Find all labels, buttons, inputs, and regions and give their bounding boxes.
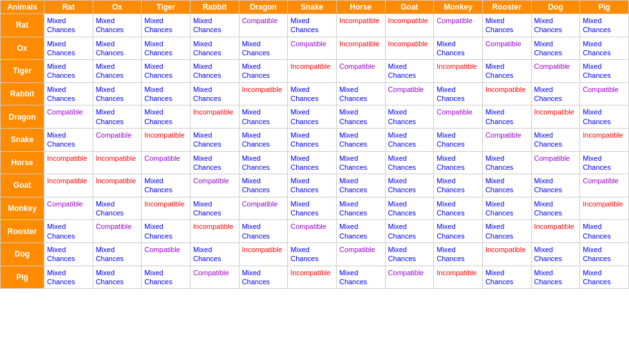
compatibility-value: Mixed Chances: [339, 269, 367, 286]
compatibility-value: Mixed Chances: [144, 177, 172, 194]
compatibility-value: Compatible: [437, 17, 473, 24]
compatibility-value: Mixed Chances: [193, 246, 221, 262]
cell: Mixed Chances: [385, 197, 434, 220]
cell: Mixed Chances: [531, 37, 580, 60]
compatibility-value: Mixed Chances: [339, 223, 367, 239]
cell: Mixed Chances: [336, 197, 385, 220]
cell: Mixed Chances: [531, 174, 580, 197]
cell: Compatible: [239, 197, 288, 220]
compatibility-value: Incompatible: [339, 40, 379, 48]
cell: Mixed Chances: [434, 174, 483, 197]
cell: Mixed Chances: [44, 14, 93, 37]
cell: Incompatible: [385, 37, 434, 60]
cell: Mixed Chances: [580, 242, 629, 266]
compatibility-value: Mixed Chances: [242, 131, 270, 148]
compatibility-value: Incompatible: [47, 177, 87, 185]
cell: Compatible: [44, 105, 93, 129]
compatibility-value: Incompatible: [485, 86, 525, 93]
cell: Mixed Chances: [580, 151, 629, 174]
cell: Compatible: [482, 37, 531, 60]
compatibility-value: Mixed Chances: [437, 40, 464, 57]
compatibility-value: Compatible: [47, 200, 83, 208]
compatibility-value: Mixed Chances: [437, 223, 464, 239]
compatibility-value: Mixed Chances: [193, 62, 221, 79]
compatibility-value: Mixed Chances: [485, 17, 513, 33]
cell: Mixed Chances: [482, 105, 531, 129]
column-header-ox: Ox: [93, 1, 142, 14]
compatibility-value: Incompatible: [534, 108, 574, 116]
cell: Incompatible: [288, 60, 337, 83]
cell: Mixed Chances: [434, 151, 483, 174]
compatibility-value: Mixed Chances: [485, 269, 513, 286]
compatibility-value: Mixed Chances: [485, 177, 513, 194]
row-label-rat: Rat: [1, 14, 44, 37]
cell: Mixed Chances: [239, 220, 288, 243]
cell: Compatible: [531, 151, 580, 174]
cell: Mixed Chances: [531, 197, 580, 220]
compatibility-value: Mixed Chances: [96, 246, 124, 262]
compatibility-value: Compatible: [437, 108, 473, 116]
compatibility-value: Mixed Chances: [193, 86, 221, 102]
compatibility-value: Mixed Chances: [290, 200, 318, 217]
table-row: RoosterMixed ChancesCompatibleMixed Chan…: [1, 220, 629, 243]
compatibility-value: Incompatible: [437, 62, 476, 70]
compatibility-value: Mixed Chances: [144, 17, 172, 33]
compatibility-value: Incompatible: [583, 200, 623, 208]
cell: Mixed Chances: [239, 266, 288, 289]
cell: Mixed Chances: [190, 197, 239, 220]
cell: Mixed Chances: [190, 37, 239, 60]
compatibility-value: Mixed Chances: [534, 246, 562, 262]
row-label-ox: Ox: [1, 37, 44, 60]
cell: Incompatible: [531, 220, 580, 243]
row-label-rooster: Rooster: [1, 220, 44, 243]
compatibility-value: Compatible: [583, 177, 619, 185]
compatibility-value: Mixed Chances: [339, 131, 367, 148]
cell: Mixed Chances: [93, 197, 142, 220]
column-header-horse: Horse: [336, 1, 385, 14]
column-header-rabbit: Rabbit: [190, 1, 239, 14]
cell: Mixed Chances: [190, 82, 239, 105]
cell: Mixed Chances: [385, 220, 434, 243]
compatibility-value: Mixed Chances: [290, 177, 318, 194]
cell: Mixed Chances: [142, 82, 191, 105]
cell: Mixed Chances: [288, 174, 337, 197]
cell: Mixed Chances: [288, 82, 337, 105]
compatibility-value: Compatible: [290, 40, 326, 48]
cell: Mixed Chances: [44, 266, 93, 289]
compatibility-value: Mixed Chances: [290, 154, 318, 171]
compatibility-value: Mixed Chances: [242, 223, 270, 239]
cell: Mixed Chances: [93, 105, 142, 129]
compatibility-value: Mixed Chances: [144, 86, 172, 102]
compatibility-value: Mixed Chances: [339, 200, 367, 217]
compatibility-value: Mixed Chances: [388, 200, 416, 217]
table-row: MonkeyCompatibleMixed ChancesIncompatibl…: [1, 197, 629, 220]
row-label-rabbit: Rabbit: [1, 82, 44, 105]
compatibility-value: Compatible: [485, 40, 521, 48]
compatibility-value: Compatible: [339, 62, 375, 70]
compatibility-value: Mixed Chances: [242, 40, 270, 57]
cell: Mixed Chances: [385, 60, 434, 83]
cell: Compatible: [288, 37, 337, 60]
cell: Mixed Chances: [336, 266, 385, 289]
cell: Mixed Chances: [93, 242, 142, 266]
compatibility-value: Mixed Chances: [96, 62, 124, 79]
compatibility-value: Compatible: [47, 108, 83, 116]
compatibility-value: Compatible: [339, 246, 375, 253]
compatibility-value: Compatible: [534, 154, 570, 162]
cell: Compatible: [142, 242, 191, 266]
cell: Mixed Chances: [288, 14, 337, 37]
compatibility-value: Compatible: [388, 86, 424, 93]
compatibility-value: Compatible: [193, 177, 229, 185]
cell: Compatible: [44, 197, 93, 220]
compatibility-value: Mixed Chances: [290, 131, 318, 148]
compatibility-value: Mixed Chances: [144, 223, 172, 239]
cell: Mixed Chances: [288, 105, 337, 129]
compatibility-value: Mixed Chances: [144, 108, 172, 125]
compatibility-value: Mixed Chances: [47, 62, 75, 79]
cell: Mixed Chances: [336, 82, 385, 105]
compatibility-value: Incompatible: [534, 223, 574, 230]
cell: Mixed Chances: [44, 220, 93, 243]
compatibility-value: Compatible: [96, 131, 132, 139]
cell: Mixed Chances: [580, 14, 629, 37]
cell: Mixed Chances: [482, 197, 531, 220]
